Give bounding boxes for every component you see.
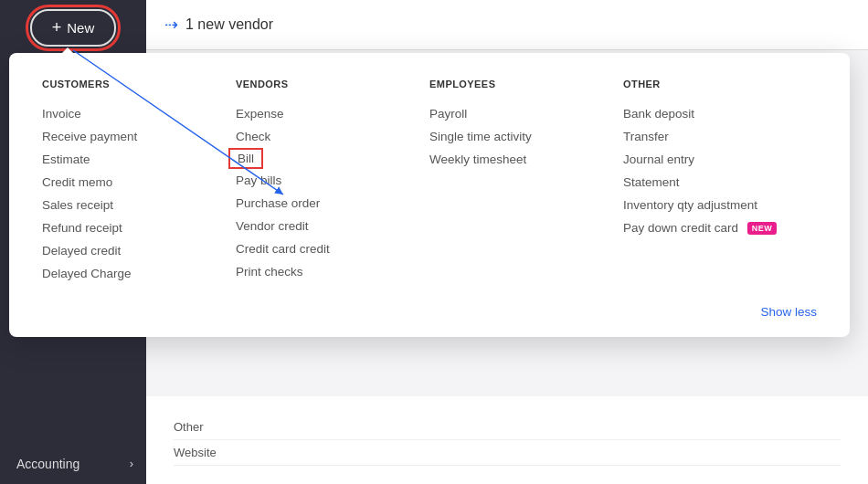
customers-column: CUSTOMERS Invoice Receive payment Estima… xyxy=(42,79,236,285)
employees-header: EMPLOYEES xyxy=(429,79,605,89)
other-column: OTHER Bank deposit Transfer Journal entr… xyxy=(623,79,817,285)
menu-item-bank-deposit[interactable]: Bank deposit xyxy=(623,102,799,125)
header-icon: ⇢ xyxy=(164,15,178,35)
menu-item-single-time-activity[interactable]: Single time activity xyxy=(429,125,605,148)
table-row: Website xyxy=(174,440,841,466)
menu-item-payroll[interactable]: Payroll xyxy=(429,102,605,125)
menu-item-weekly-timesheet[interactable]: Weekly timesheet xyxy=(429,148,605,171)
other-header: OTHER xyxy=(623,79,799,89)
menu-item-bill[interactable]: Bill xyxy=(228,148,263,169)
row-label: Other xyxy=(174,420,204,434)
new-button-label: New xyxy=(67,20,94,36)
menu-item-print-checks[interactable]: Print checks xyxy=(236,260,411,283)
accounting-nav-item[interactable]: Accounting › xyxy=(0,443,146,484)
menu-item-inventory-qty[interactable]: Inventory qty adjustment xyxy=(623,194,799,216)
menu-item-invoice[interactable]: Invoice xyxy=(42,102,217,125)
menu-item-estimate[interactable]: Estimate xyxy=(42,148,217,171)
accounting-arrow-icon: › xyxy=(130,457,133,470)
vendors-header: VENDORS xyxy=(236,79,411,89)
show-less-button[interactable]: Show less xyxy=(760,305,817,319)
menu-item-refund-receipt[interactable]: Refund receipt xyxy=(42,216,217,239)
vendors-column: VENDORS Expense Check Bill Pay bills Pur… xyxy=(236,79,429,285)
page-header: ⇢ 1 new vendor xyxy=(146,0,868,50)
menu-item-statement[interactable]: Statement xyxy=(623,171,799,194)
row-label: Website xyxy=(174,446,217,459)
menu-item-transfer[interactable]: Transfer xyxy=(623,125,799,148)
accounting-label: Accounting xyxy=(16,457,79,471)
menu-item-purchase-order[interactable]: Purchase order xyxy=(236,192,411,215)
page-title: 1 new vendor xyxy=(185,16,273,33)
show-less-row: Show less xyxy=(42,301,817,319)
dropdown-columns: CUSTOMERS Invoice Receive payment Estima… xyxy=(42,79,817,285)
menu-item-pay-down-credit-card[interactable]: Pay down credit card NEW xyxy=(623,216,799,239)
menu-item-delayed-credit[interactable]: Delayed credit xyxy=(42,239,217,262)
menu-item-journal-entry[interactable]: Journal entry xyxy=(623,148,799,171)
new-button[interactable]: + New xyxy=(30,9,117,47)
dropdown-caret xyxy=(60,47,75,55)
menu-item-vendor-credit[interactable]: Vendor credit xyxy=(236,215,411,237)
menu-item-pay-bills[interactable]: Pay bills xyxy=(236,169,411,192)
customers-header: CUSTOMERS xyxy=(42,79,217,89)
employees-column: EMPLOYEES Payroll Single time activity W… xyxy=(429,79,623,285)
menu-item-receive-payment[interactable]: Receive payment xyxy=(42,125,217,148)
new-dropdown: CUSTOMERS Invoice Receive payment Estima… xyxy=(9,53,850,337)
new-badge: NEW xyxy=(747,222,777,235)
menu-item-expense[interactable]: Expense xyxy=(236,102,411,125)
plus-icon: + xyxy=(52,18,62,37)
menu-item-check[interactable]: Check xyxy=(236,125,411,148)
menu-item-credit-memo[interactable]: Credit memo xyxy=(42,171,217,194)
menu-item-sales-receipt[interactable]: Sales receipt xyxy=(42,194,217,216)
content-table: Other Website xyxy=(146,396,868,484)
table-row: Other xyxy=(174,415,841,440)
menu-item-delayed-charge[interactable]: Delayed Charge xyxy=(42,262,217,285)
menu-item-credit-card-credit[interactable]: Credit card credit xyxy=(236,237,411,260)
